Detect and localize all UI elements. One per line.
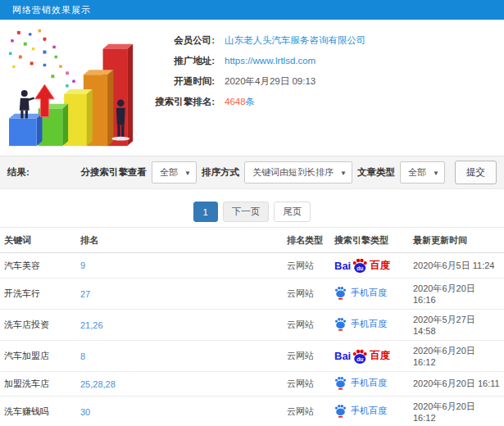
mobile-baidu-paw-icon <box>334 376 347 390</box>
chevron-down-icon: ▼ <box>340 169 347 176</box>
keyword-cell: 汽车美容 <box>0 253 76 279</box>
column-header: 最新更新时间 <box>409 228 504 253</box>
rank-cell: 8 <box>76 341 283 372</box>
page-header: 网络营销效果展示 <box>0 0 504 20</box>
chevron-down-icon: ▼ <box>433 169 439 176</box>
engine-cell: 手机百度 <box>330 310 409 341</box>
column-header: 搜索引擎类型 <box>330 228 409 253</box>
page-button-current[interactable]: 1 <box>193 202 218 222</box>
engine-cell: Baidu百度 <box>330 253 409 279</box>
rank-cell: 30 <box>76 397 283 426</box>
baidu-logo: Baidu百度 <box>334 348 390 365</box>
sort-select[interactable]: 关键词由短到长排序 ▼ <box>244 161 352 184</box>
table-body: 汽车美容9云网站Baidu百度2020年6月5日 11:24开洗车行27云网站手… <box>0 253 504 426</box>
results-table: 关键词排名排名类型搜索引擎类型最新更新时间 汽车美容9云网站Baidu百度202… <box>0 227 504 426</box>
open-time-label: 开通时间: <box>148 75 215 87</box>
bar-yellow <box>64 89 93 146</box>
column-header: 排名 <box>76 228 283 253</box>
mobile-baidu-paw-icon <box>334 286 347 300</box>
keyword-cell: 加盟洗车店 <box>0 372 76 397</box>
rank-count-value: 4648 <box>225 96 246 107</box>
rank-cell: 27 <box>76 279 283 310</box>
promo-url-label: 推广地址: <box>148 55 215 66</box>
svg-text:du: du <box>356 265 363 271</box>
filter-controls: 分搜索引擎查看 全部 ▼ 排序方式 关键词由短到长排序 ▼ 文章类型 全部 ▼ … <box>81 161 497 184</box>
mobile-baidu-logo: 手机百度 <box>334 286 387 300</box>
chevron-down-icon: ▼ <box>184 169 191 176</box>
keyword-cell: 洗车赚钱吗 <box>0 397 76 426</box>
table-row: 洗车店投资21,26云网站手机百度2020年5月27日 14:58 <box>0 310 504 341</box>
baidu-paw-icon: du <box>352 348 368 365</box>
mobile-baidu-paw-icon <box>334 317 347 331</box>
engine-cell: 手机百度 <box>330 397 409 426</box>
table-row: 汽车美容9云网站Baidu百度2020年6月5日 11:24 <box>0 253 504 279</box>
rank-type-cell: 云网站 <box>283 279 330 310</box>
keyword-cell: 开洗车行 <box>0 279 76 310</box>
page: 网络营销效果展示 <box>0 0 504 426</box>
engine-select[interactable]: 全部 ▼ <box>152 161 197 184</box>
info-row-company: 会员公司: 山东老人头汽车服务咨询有限公司 <box>148 34 504 46</box>
updated-cell: 2020年5月27日 14:58 <box>409 310 504 341</box>
filter-bar: 结果: 分搜索引擎查看 全部 ▼ 排序方式 关键词由短到长排序 ▼ 文章类型 全… <box>0 156 504 189</box>
mobile-baidu-logo: 手机百度 <box>334 317 387 331</box>
rank-type-cell: 云网站 <box>283 341 330 372</box>
updated-cell: 2020年6月5日 11:24 <box>409 253 504 279</box>
engine-cell: Baidu百度 <box>330 341 409 372</box>
table-header-row: 关键词排名排名类型搜索引擎类型最新更新时间 <box>0 228 504 253</box>
confetti-dots <box>9 29 75 88</box>
mobile-baidu-logo: 手机百度 <box>334 404 387 418</box>
baidu-logo: Baidu百度 <box>334 257 390 274</box>
next-page-button[interactable]: 下一页 <box>223 202 270 222</box>
rank-count-label: 搜索引擎排名: <box>148 96 215 107</box>
info-row-open-time: 开通时间: 2020年4月29日 09:13 <box>148 75 504 87</box>
keyword-cell: 汽车加盟店 <box>0 341 76 372</box>
table-row: 加盟洗车店25,28,28云网站手机百度2020年6月20日 16:11 <box>0 372 504 397</box>
keyword-cell: 洗车店投资 <box>0 310 76 341</box>
mobile-baidu-paw-icon <box>334 404 347 418</box>
article-type-label: 文章类型 <box>357 166 395 179</box>
rank-cell: 9 <box>76 253 283 279</box>
open-time-value: 2020年4月29日 09:13 <box>225 75 316 87</box>
column-header: 排名类型 <box>283 228 330 253</box>
member-info: 会员公司: 山东老人头汽车服务咨询有限公司 推广地址: https://www.… <box>148 25 504 156</box>
baidu-paw-icon: du <box>352 257 368 274</box>
result-label: 结果: <box>7 166 30 179</box>
engine-cell: 手机百度 <box>330 372 409 397</box>
bar-chart-graphic <box>2 25 148 154</box>
sort-filter-label: 排序方式 <box>202 166 239 179</box>
rank-type-cell: 云网站 <box>283 372 330 397</box>
submit-button[interactable]: 提交 <box>455 161 497 184</box>
engine-cell: 手机百度 <box>330 279 409 310</box>
updated-cell: 2020年6月20日 16:12 <box>409 397 504 426</box>
table-row: 洗车赚钱吗30云网站手机百度2020年6月20日 16:12 <box>0 397 504 426</box>
mobile-baidu-logo: 手机百度 <box>334 376 387 390</box>
growth-chart-illustration <box>2 25 148 154</box>
updated-cell: 2020年6月20日 16:16 <box>409 279 504 310</box>
column-header: 关键词 <box>0 228 76 253</box>
table-row: 开洗车行27云网站手机百度2020年6月20日 16:16 <box>0 279 504 310</box>
rank-type-cell: 云网站 <box>283 253 330 279</box>
page-title: 网络营销效果展示 <box>12 5 91 15</box>
info-row-rank-count: 搜索引擎排名: 4648 条 <box>148 96 504 107</box>
info-row-url: 推广地址: https://www.lrtlsd.com <box>148 55 504 66</box>
rank-count-unit: 条 <box>246 96 256 107</box>
engine-filter-label: 分搜索引擎查看 <box>81 166 148 179</box>
rank-type-cell: 云网站 <box>283 310 330 341</box>
rank-type-cell: 云网站 <box>283 397 330 426</box>
rank-cell: 25,28,28 <box>76 372 283 397</box>
table-row: 汽车加盟店8云网站Baidu百度2020年6月20日 16:12 <box>0 341 504 372</box>
article-type-select[interactable]: 全部 ▼ <box>400 161 445 184</box>
company-link[interactable]: 山东老人头汽车服务咨询有限公司 <box>225 34 366 46</box>
engine-select-value: 全部 <box>160 166 178 179</box>
summary-section: 会员公司: 山东老人头汽车服务咨询有限公司 推广地址: https://www.… <box>0 20 504 156</box>
article-type-select-value: 全部 <box>408 166 426 179</box>
last-page-button[interactable]: 尾页 <box>274 202 311 222</box>
updated-cell: 2020年6月20日 16:11 <box>409 372 504 397</box>
rank-cell: 21,26 <box>76 310 283 341</box>
svg-text:du: du <box>356 356 363 361</box>
sort-select-value: 关键词由短到长排序 <box>252 166 334 179</box>
updated-cell: 2020年6月20日 16:12 <box>409 341 504 372</box>
promo-url-link[interactable]: https://www.lrtlsd.com <box>225 55 316 66</box>
pagination: 1 下一页 尾页 <box>0 202 504 222</box>
company-label: 会员公司: <box>148 34 215 46</box>
